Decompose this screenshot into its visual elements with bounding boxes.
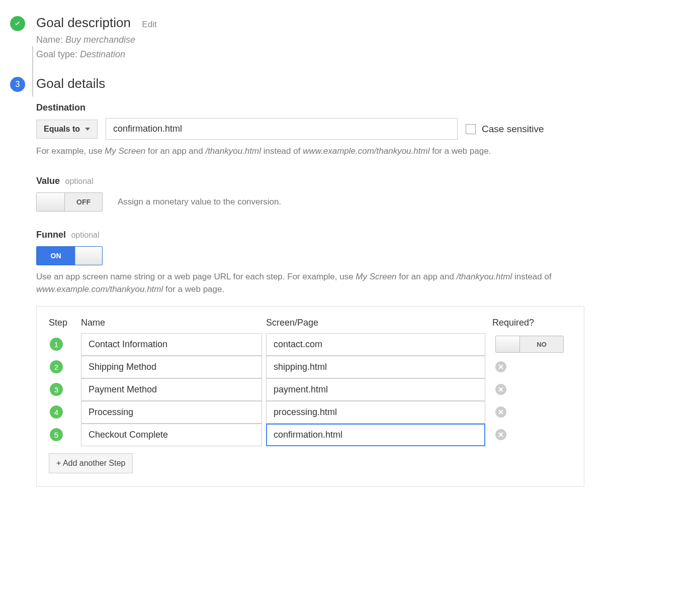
step-number-badge: 3 [10,77,25,92]
funnel-step-row: 1NO [49,333,572,356]
step-page-input[interactable] [266,333,485,356]
value-label: Value [36,176,60,186]
step-page-input[interactable] [266,378,485,401]
name-value: Buy merchandise [65,35,135,45]
chevron-down-icon [85,128,90,131]
goal-description-title: Goal description [36,15,131,30]
value-toggle-state: OFF [65,193,102,211]
step-number-badge: 4 [50,405,63,419]
funnel-step-row: 3 [49,378,572,401]
step-name-input[interactable] [81,401,262,424]
type-label: Goal type: [36,49,77,59]
case-sensitive-label: Case sensitive [482,124,544,135]
goal-description-section: Goal description Edit Name: Buy merchand… [10,15,690,60]
destination-input[interactable] [106,118,458,140]
match-type-dropdown[interactable]: Equals to [36,120,98,139]
step-name-input[interactable] [81,424,262,446]
goal-type-line: Goal type: Destination [36,49,690,60]
funnel-step-row: 2 [49,356,572,378]
step-number-badge: 5 [50,428,63,441]
checkbox-icon [466,124,476,134]
goal-details-title: Goal details [36,76,105,91]
funnel-step-row: 4 [49,401,572,424]
delete-step-icon[interactable] [495,384,506,395]
funnel-hint: Use an app screen name string or a web p… [36,270,569,296]
delete-step-icon[interactable] [495,406,506,418]
toggle-knob [75,247,102,265]
step-name-input[interactable] [81,356,262,378]
add-step-button[interactable]: + Add another Step [49,453,133,473]
destination-heading: Destination [36,103,690,113]
required-toggle[interactable]: NO [495,336,564,353]
case-sensitive-checkbox[interactable]: Case sensitive [466,124,544,135]
destination-hint: For example, use My Screen for an app an… [36,145,690,158]
type-value: Destination [80,49,125,59]
col-page-header: Screen/Page [266,318,492,328]
col-step-header: Step [49,318,81,328]
checkmark-icon [10,16,25,31]
step-number-badge: 3 [50,383,63,396]
funnel-steps-table: Step Name Screen/Page Required? 1NO2345 … [36,306,584,487]
value-toggle[interactable]: OFF [36,192,103,212]
step-page-input[interactable] [266,356,485,378]
value-optional: optional [65,177,93,185]
funnel-toggle[interactable]: ON [36,246,103,265]
step-number-badge: 2 [50,360,63,373]
step-name-input[interactable] [81,378,262,401]
step-number-badge: 1 [50,338,63,351]
col-required-header: Required? [492,318,572,328]
toggle-knob [37,193,65,211]
funnel-label: Funnel [36,230,66,240]
funnel-optional: optional [71,231,99,239]
goal-details-section: 3 Goal details Destination Equals to Cas… [10,76,690,487]
step-page-input[interactable] [266,424,485,446]
match-type-value: Equals to [44,125,80,134]
toggle-knob [496,336,520,352]
step-connector-line [32,46,33,96]
delete-step-icon[interactable] [495,361,506,372]
goal-name-line: Name: Buy merchandise [36,35,690,45]
name-label: Name: [36,35,63,45]
delete-step-icon[interactable] [495,429,506,440]
value-description: Assign a monetary value to the conversio… [118,197,281,207]
funnel-toggle-state: ON [37,247,75,265]
col-name-header: Name [81,318,266,328]
step-page-input[interactable] [266,401,485,424]
funnel-step-row: 5 [49,424,572,446]
edit-link[interactable]: Edit [142,20,156,29]
step-name-input[interactable] [81,333,262,356]
required-toggle-state: NO [520,336,563,352]
